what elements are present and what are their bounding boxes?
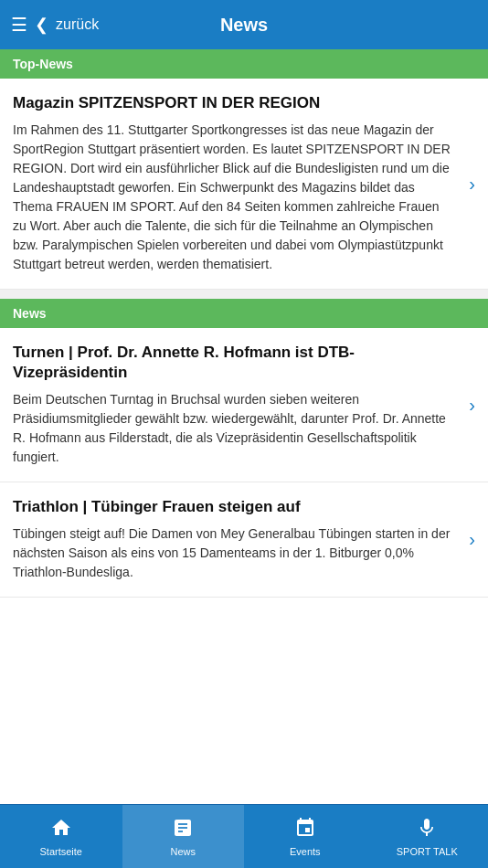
page-title: News (220, 15, 268, 36)
back-icon[interactable]: ❮ (35, 15, 48, 35)
section-divider (0, 290, 488, 299)
news-item[interactable]: Triathlon | Tübinger Frauen steigen auf … (0, 482, 488, 598)
tab-events-label: Events (290, 846, 321, 857)
tab-sport-talk[interactable]: SPORT TALK (366, 805, 489, 868)
news-icon (172, 817, 194, 842)
tab-bar: Startseite News Events SPORT TALK (0, 804, 488, 868)
tab-sport-talk-label: SPORT TALK (397, 846, 458, 857)
news-item-body: Im Rahmen des 11. Stuttgarter Sportkongr… (13, 121, 451, 274)
header: ☰ ❮ zurück News (0, 0, 488, 49)
news-item[interactable]: Magazin SPITZENSPORT IN DER REGION Im Ra… (0, 79, 488, 290)
news-item-content: Magazin SPITZENSPORT IN DER REGION Im Ra… (13, 93, 469, 274)
header-left: ☰ ❮ zurück (11, 14, 99, 36)
chevron-right-icon: › (469, 529, 475, 550)
news-item-title: Magazin SPITZENSPORT IN DER REGION (13, 93, 451, 113)
mic-icon (416, 817, 438, 842)
menu-icon[interactable]: ☰ (11, 14, 27, 36)
section-label-news: News (0, 299, 488, 328)
content-area: Top-News Magazin SPITZENSPORT IN DER REG… (0, 49, 488, 804)
tab-news[interactable]: News (122, 805, 245, 868)
tab-startseite[interactable]: Startseite (0, 805, 122, 868)
news-item-body: Tübingen steigt auf! Die Damen von Mey G… (13, 524, 451, 582)
news-item-title: Triathlon | Tübinger Frauen steigen auf (13, 497, 451, 517)
chevron-right-icon: › (469, 395, 475, 416)
news-item-body: Beim Deutschen Turntag in Bruchsal wurde… (13, 390, 451, 467)
tab-news-label: News (170, 846, 196, 857)
news-item-content: Turnen | Prof. Dr. Annette R. Hofmann is… (13, 343, 469, 467)
news-item[interactable]: Turnen | Prof. Dr. Annette R. Hofmann is… (0, 328, 488, 482)
news-item-content: Triathlon | Tübinger Frauen steigen auf … (13, 497, 469, 582)
news-item-title: Turnen | Prof. Dr. Annette R. Hofmann is… (13, 343, 451, 383)
tab-events[interactable]: Events (244, 805, 366, 868)
section-label-top-news: Top-News (0, 49, 488, 79)
home-icon (50, 817, 72, 842)
back-button[interactable]: zurück (56, 16, 99, 33)
chevron-right-icon: › (469, 174, 475, 195)
events-icon (294, 817, 316, 842)
tab-startseite-label: Startseite (40, 846, 82, 857)
